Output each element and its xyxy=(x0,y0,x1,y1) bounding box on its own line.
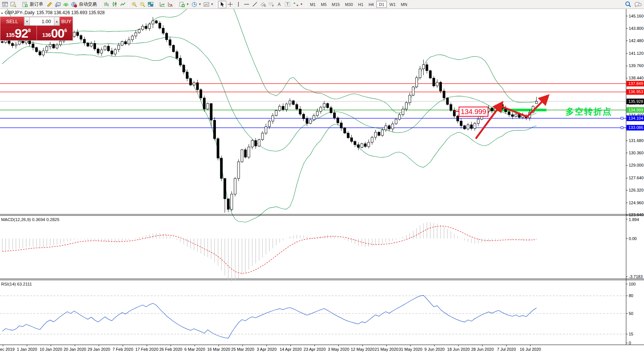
svg-text:21 May 2020: 21 May 2020 xyxy=(375,347,399,352)
signals-button[interactable] xyxy=(62,1,70,8)
templates-button[interactable]: ▼ xyxy=(203,1,215,8)
new-chart-button[interactable] xyxy=(1,1,9,8)
volume-input[interactable]: 1.00 xyxy=(30,17,54,26)
equidistant-channel-button[interactable]: E xyxy=(259,1,267,8)
dropdown-arrow-icon: ▼ xyxy=(186,3,189,6)
svg-text:23 Apr 2020: 23 Apr 2020 xyxy=(304,347,326,352)
timeframe-m5-button[interactable]: M5 xyxy=(318,1,329,8)
zoom-in-button[interactable] xyxy=(130,1,138,8)
profiles-button[interactable] xyxy=(9,1,17,8)
svg-text:7 Feb 2020: 7 Feb 2020 xyxy=(112,347,133,352)
svg-text:T: T xyxy=(286,2,288,6)
indicator-window-button[interactable] xyxy=(158,1,166,8)
svg-text:0: 0 xyxy=(629,341,631,345)
indicator-list-button[interactable] xyxy=(166,1,175,8)
timeframe-w1-button[interactable]: W1 xyxy=(387,1,398,8)
cursor-tool-button[interactable] xyxy=(218,1,226,8)
sell-button[interactable]: SELL xyxy=(0,17,24,26)
chart-canvas[interactable]: 145.160143.800142.480141.120139.760138.4… xyxy=(0,0,644,353)
autotrading-button[interactable]: 自动交易 xyxy=(70,1,99,8)
template-icon xyxy=(204,1,210,7)
search-icon[interactable] xyxy=(625,1,631,7)
new-order-button[interactable]: 新订单 xyxy=(21,1,45,8)
svg-text:100: 100 xyxy=(629,282,635,286)
svg-text:23 Dec 2019: 23 Dec 2019 xyxy=(0,347,15,352)
chart-symbol-period: GBPJPY-,Daily xyxy=(5,10,35,15)
svg-text:F: F xyxy=(272,4,274,7)
new-order-icon xyxy=(22,1,28,7)
add-indicator-button[interactable]: ▼ xyxy=(178,1,190,8)
buy-price[interactable]: 136 00 6 xyxy=(37,26,73,40)
channel-icon: E xyxy=(260,1,266,7)
profiles-icon xyxy=(10,1,16,7)
zoom-out-icon xyxy=(140,1,146,7)
trendline-icon xyxy=(252,1,258,7)
bar-chart-button[interactable] xyxy=(102,1,111,8)
indicator-up-icon xyxy=(159,1,165,7)
tile-windows-button[interactable] xyxy=(147,1,155,8)
dropdown-arrow-icon: ▼ xyxy=(300,3,303,6)
svg-text:E: E xyxy=(264,4,266,7)
svg-text:12 May 2020: 12 May 2020 xyxy=(351,347,374,352)
text-tool-button[interactable]: A xyxy=(275,1,284,8)
fibonacci-tool-button[interactable]: F xyxy=(267,1,275,8)
autotrading-label: 自动交易 xyxy=(78,1,98,7)
timeframe-h1-button[interactable]: H1 xyxy=(356,1,366,8)
svg-text:29 Jan 2020: 29 Jan 2020 xyxy=(87,347,110,352)
timeframe-m30-button[interactable]: M30 xyxy=(342,1,356,8)
toolbar-separator xyxy=(156,1,157,8)
timeframe-mn-button[interactable]: MN xyxy=(398,1,410,8)
svg-text:141.120: 141.120 xyxy=(629,51,644,56)
toolbar-separator xyxy=(306,1,306,8)
one-click-toggle-icon[interactable]: ▴ xyxy=(1,11,3,15)
sell-price[interactable]: 135 92 8 xyxy=(0,26,37,40)
line-chart-button[interactable] xyxy=(119,1,127,8)
tile-windows-icon xyxy=(148,1,154,7)
svg-text:145.160: 145.160 xyxy=(629,14,644,18)
buy-price-pips: 00 xyxy=(51,27,64,40)
vertical-line-tool-button[interactable] xyxy=(235,1,243,8)
fibonacci-icon: F xyxy=(268,1,274,7)
sell-price-pips: 92 xyxy=(15,27,28,40)
svg-text:142.480: 142.480 xyxy=(629,38,644,43)
periods-button[interactable]: ▼ xyxy=(190,1,203,8)
autotrading-icon xyxy=(71,1,77,7)
timeframe-h4-button[interactable]: H4 xyxy=(366,1,376,8)
new-order-label: 新订单 xyxy=(29,1,44,7)
volume-up-button[interactable]: ▲ xyxy=(54,17,60,26)
timeframe-d1-button[interactable]: D1 xyxy=(376,1,387,8)
buy-price-figure: 136 xyxy=(42,32,51,38)
chart-ohlc-values: 135.708 136.426 135.693 135.928 xyxy=(36,10,105,15)
one-click-trading-panel: SELL ▼ 1.00 ▲ BUY 135 92 8 136 00 6 xyxy=(0,16,73,41)
chart-style-button[interactable] xyxy=(45,1,54,8)
buy-button[interactable]: BUY xyxy=(60,17,73,26)
crosshair-tool-button[interactable] xyxy=(226,1,235,8)
price-callout-label[interactable]: 134.999 xyxy=(459,107,488,117)
zoom-out-button[interactable] xyxy=(138,1,147,8)
svg-text:16 Jul 2020: 16 Jul 2020 xyxy=(520,347,541,352)
candlestick-icon xyxy=(112,1,118,7)
svg-text:137.849: 137.849 xyxy=(628,81,643,86)
candlestick-button[interactable] xyxy=(111,1,119,8)
svg-text:1 Jan 2020: 1 Jan 2020 xyxy=(17,347,37,352)
svg-text:80: 80 xyxy=(629,293,633,298)
toolbar-separator xyxy=(176,1,176,8)
timeframe-m1-button[interactable]: M1 xyxy=(307,1,318,8)
text-label-tool-button[interactable]: T xyxy=(284,1,292,8)
svg-text:138.440: 138.440 xyxy=(629,76,644,80)
trendline-tool-button[interactable] xyxy=(251,1,259,8)
svg-text:139.760: 139.760 xyxy=(629,63,644,68)
timeframe-m15-button[interactable]: M15 xyxy=(329,1,342,8)
horizontal-line-tool-button[interactable] xyxy=(243,1,251,8)
text-a-icon: A xyxy=(277,1,282,7)
turning-point-annotation[interactable]: 多空转折点 xyxy=(565,106,612,117)
toolbar: 新订单 自动交易 xyxy=(0,0,644,9)
svg-text:134.104: 134.104 xyxy=(628,116,643,120)
chat-icon[interactable] xyxy=(634,1,642,7)
arrows-tool-button[interactable]: ▼ xyxy=(292,1,304,8)
svg-text:3 Apr 2020: 3 Apr 2020 xyxy=(257,347,277,352)
macd-label: MACD(12,26,9) 0.3694 0.2825 xyxy=(1,217,60,222)
expert-advisors-button[interactable] xyxy=(54,1,62,8)
zoom-in-icon xyxy=(131,1,137,7)
volume-down-button[interactable]: ▼ xyxy=(24,17,30,26)
